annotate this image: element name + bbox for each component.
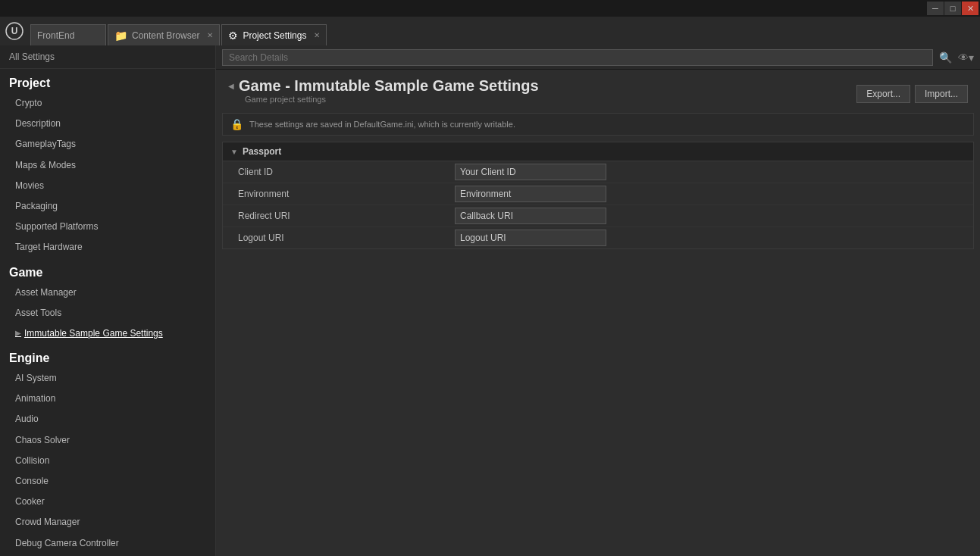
minimize-button[interactable]: ─ xyxy=(927,2,944,15)
page-subtitle: Game project settings xyxy=(228,95,539,110)
import-button[interactable]: Import... xyxy=(915,85,968,103)
main-layout: All Settings Project Crypto Description … xyxy=(0,45,980,556)
client-id-value xyxy=(450,161,973,183)
passport-settings: ▼ Passport Client ID Environment Redirec… xyxy=(222,142,974,249)
expand-arrow-icon: ▶ xyxy=(15,327,21,339)
sidebar-item-asset-manager[interactable]: Asset Manager xyxy=(0,283,215,303)
redirect-uri-label: Redirect URI xyxy=(223,207,450,225)
sidebar-item-console[interactable]: Console xyxy=(0,471,215,492)
section-header-game: Game xyxy=(0,258,215,283)
settings-row-redirect-uri: Redirect URI xyxy=(223,205,973,227)
window-controls: ─ □ ✕ xyxy=(927,2,978,15)
passport-section-header: ▼ Passport xyxy=(223,142,973,161)
section-collapse-icon[interactable]: ▼ xyxy=(230,148,238,156)
passport-section-label: Passport xyxy=(243,146,281,157)
sidebar-item-audio[interactable]: Audio xyxy=(0,409,215,429)
settings-row-environment: Environment xyxy=(223,183,973,205)
export-button[interactable]: Export... xyxy=(856,85,910,103)
logout-uri-value xyxy=(450,227,973,248)
info-message: These settings are saved in DefaultGame.… xyxy=(249,120,515,129)
client-id-label: Client ID xyxy=(223,163,450,181)
content-area: 🔍 👁▾ ◀ Game - Immutable Sample Game Sett… xyxy=(216,45,980,556)
sidebar-item-crowd-manager[interactable]: Crowd Manager xyxy=(0,512,215,533)
page-title: Game - Immutable Sample Game Settings xyxy=(239,77,539,95)
search-input[interactable] xyxy=(222,49,933,66)
sidebar-item-debug-camera[interactable]: Debug Camera Controller xyxy=(0,533,215,554)
settings-row-logout-uri: Logout URI xyxy=(223,227,973,248)
info-icon: 🔒 xyxy=(230,118,243,130)
sidebar-item-gameplay-tags[interactable]: GameplayTags xyxy=(0,134,215,155)
sidebar-item-packaging[interactable]: Packaging xyxy=(0,196,215,217)
settings-row-client-id: Client ID xyxy=(223,161,973,183)
page-title-group: ◀ Game - Immutable Sample Game Settings … xyxy=(228,77,539,110)
redirect-uri-input[interactable] xyxy=(455,208,606,224)
tab-frontend-label: FrontEnd xyxy=(37,30,74,41)
sidebar-item-maps-modes[interactable]: Maps & Modes xyxy=(0,155,215,176)
project-settings-icon: ⚙ xyxy=(228,30,238,42)
header-buttons: Export... Import... xyxy=(856,85,968,103)
page-header: ◀ Game - Immutable Sample Game Settings … xyxy=(216,70,980,113)
tab-content-browser-close[interactable]: ✕ xyxy=(207,31,213,39)
sidebar-item-chaos-solver[interactable]: Chaos Solver xyxy=(0,430,215,451)
environment-label: Environment xyxy=(223,185,450,203)
page-title-row: ◀ Game - Immutable Sample Game Settings xyxy=(228,77,539,95)
sidebar-item-target-hardware[interactable]: Target Hardware xyxy=(0,237,215,258)
tab-frontend[interactable]: FrontEnd xyxy=(30,24,106,45)
svg-text:U: U xyxy=(11,26,18,36)
sidebar-item-crypto[interactable]: Crypto xyxy=(0,93,215,114)
sidebar: All Settings Project Crypto Description … xyxy=(0,45,216,556)
all-settings-link[interactable]: All Settings xyxy=(0,45,215,69)
info-bar: 🔒 These settings are saved in DefaultGam… xyxy=(222,113,974,136)
search-button[interactable]: 🔍 xyxy=(939,52,952,64)
tab-project-settings-close[interactable]: ✕ xyxy=(314,31,320,39)
tab-content-browser[interactable]: 📁 Content Browser ✕ xyxy=(108,24,220,45)
visibility-button[interactable]: 👁▾ xyxy=(958,52,974,64)
section-header-engine: Engine xyxy=(0,344,215,368)
search-bar: 🔍 👁▾ xyxy=(216,45,980,70)
ue-logo: U xyxy=(3,20,26,42)
sidebar-item-asset-tools[interactable]: Asset Tools xyxy=(0,303,215,323)
sidebar-item-immutable-sample[interactable]: ▶ Immutable Sample Game Settings xyxy=(0,323,215,344)
tab-content-browser-label: Content Browser xyxy=(132,30,199,41)
close-button[interactable]: ✕ xyxy=(962,2,978,15)
collapse-icon[interactable]: ◀ xyxy=(228,82,234,90)
logout-uri-label: Logout URI xyxy=(223,229,450,247)
environment-input[interactable] xyxy=(455,186,606,202)
redirect-uri-value xyxy=(450,205,973,226)
content-browser-icon: 📁 xyxy=(114,30,127,42)
section-header-project: Project xyxy=(0,69,215,93)
tab-project-settings-label: Project Settings xyxy=(243,30,306,41)
sidebar-item-immutable-label: Immutable Sample Game Settings xyxy=(24,326,163,341)
tab-project-settings[interactable]: ⚙ Project Settings ✕ xyxy=(221,24,327,45)
client-id-input[interactable] xyxy=(455,164,606,180)
tab-bar: U FrontEnd 📁 Content Browser ✕ ⚙ Project… xyxy=(0,17,980,45)
sidebar-item-description[interactable]: Description xyxy=(0,114,215,134)
maximize-button[interactable]: □ xyxy=(944,2,961,15)
sidebar-item-cooker[interactable]: Cooker xyxy=(0,492,215,512)
sidebar-item-animation[interactable]: Animation xyxy=(0,389,215,409)
sidebar-item-movies[interactable]: Movies xyxy=(0,176,215,196)
sidebar-item-supported-platforms[interactable]: Supported Platforms xyxy=(0,217,215,237)
title-bar: ─ □ ✕ xyxy=(0,0,980,17)
sidebar-item-ai-system[interactable]: AI System xyxy=(0,368,215,389)
sidebar-item-collision[interactable]: Collision xyxy=(0,451,215,471)
logout-uri-input[interactable] xyxy=(455,230,606,246)
environment-value xyxy=(450,183,973,205)
